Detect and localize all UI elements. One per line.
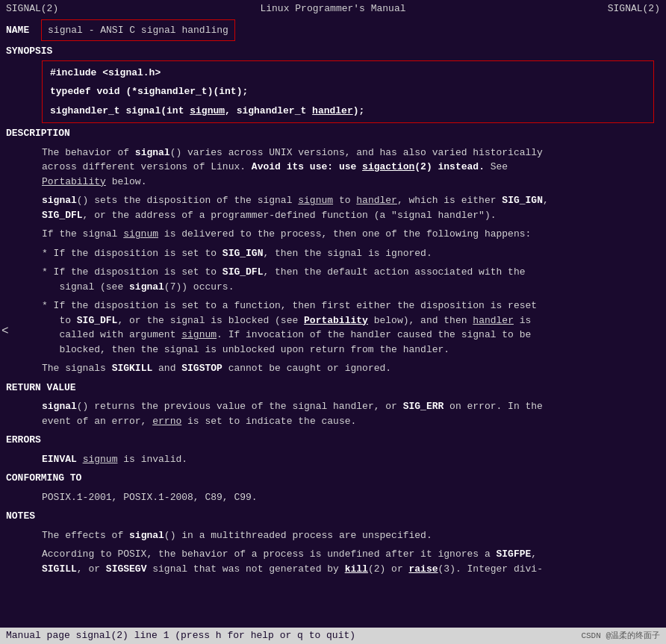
einval-bold: EINVAL xyxy=(42,454,77,465)
sigsegv-bold: SIGSEGV xyxy=(106,563,147,575)
name-section: NAME signal - ANSI C signal handling xyxy=(6,18,660,43)
description-bullet2: * If the disposition is set to SIG_DFL, … xyxy=(6,265,660,294)
title-bar: SIGNAL(2) Linux Programmer's Manual SIGN… xyxy=(0,0,666,18)
signum-link-3[interactable]: signum xyxy=(181,329,217,340)
signum-link-2[interactable]: signum xyxy=(123,228,158,240)
title-right: SIGNAL(2) xyxy=(608,1,660,16)
portability-link-2[interactable]: Portability xyxy=(304,315,368,326)
return-value-header: RETURN VALUE xyxy=(6,382,76,393)
sigstop-bold: SIGSTOP xyxy=(181,363,222,374)
title-left: SIGNAL(2) xyxy=(6,1,58,16)
return-value-content: signal() returns the previous value of t… xyxy=(6,399,660,428)
name-box: signal - ANSI C signal handling xyxy=(41,19,235,42)
sig-dfl-3: SIG_DFL xyxy=(77,315,118,326)
errors-header: ERRORS xyxy=(6,434,41,446)
description-para2: signal() sets the disposition of the sig… xyxy=(6,193,660,222)
signum-link-4[interactable]: signum xyxy=(83,454,118,465)
conforming-header: CONFORMING TO xyxy=(6,472,81,484)
signal-bold-1: signal xyxy=(135,147,170,158)
conforming-content: POSIX.1-2001, POSIX.1-2008, C89, C99. xyxy=(6,490,660,505)
signal-bold-4: signal xyxy=(129,530,164,541)
description-para4: The signals SIGKILL and SIGSTOP cannot b… xyxy=(6,361,660,376)
errors-section: ERRORS EINVAL signum is invalid. xyxy=(6,433,660,466)
description-para3: If the signal signum is delivered to the… xyxy=(6,227,660,242)
description-header: DESCRIPTION xyxy=(6,128,70,139)
sigill-bold: SIGILL xyxy=(42,563,77,575)
sig-ign-2: SIG_IGN xyxy=(222,248,264,259)
signum-link-1[interactable]: signum xyxy=(298,195,333,206)
notes-para1: The effects of signal() in a multithread… xyxy=(6,528,660,543)
sigkill-bold: SIGKILL xyxy=(112,363,153,374)
sig-ign-1: SIG_IGN xyxy=(502,195,543,206)
synopsis-signum: signum xyxy=(190,105,225,116)
description-bullet3: * If the disposition is set to a functio… xyxy=(6,298,660,357)
return-value-section: RETURN VALUE signal() returns the previo… xyxy=(6,381,660,429)
synopsis-mid: , sighandler_t xyxy=(225,105,312,116)
status-bar-right: CSDN @温柔的终面子 xyxy=(581,630,660,643)
name-header: NAME xyxy=(6,25,29,36)
notes-header: NOTES xyxy=(6,510,35,522)
sigfpe-bold: SIGFPE xyxy=(497,548,532,560)
synopsis-handler: handler xyxy=(312,105,353,116)
synopsis-line3: sighandler_t signal(int signum, sighandl… xyxy=(50,104,646,119)
synopsis-line2: typedef void (*sighandler_t)(int); xyxy=(50,84,646,99)
status-bar-text: Manual page signal(2) line 1 (press h fo… xyxy=(6,628,581,643)
status-bar: Manual page signal(2) line 1 (press h fo… xyxy=(0,628,666,644)
portability-link-1[interactable]: Portability xyxy=(42,176,106,187)
conforming-section: CONFORMING TO POSIX.1-2001, POSIX.1-2008… xyxy=(6,471,660,504)
signal-bold-2: signal xyxy=(42,195,77,206)
synopsis-post: ); xyxy=(353,105,365,116)
synopsis-header: SYNOPSIS xyxy=(6,46,52,57)
errno-link[interactable]: errno xyxy=(152,416,181,427)
sig-dfl-2: SIG_DFL xyxy=(222,266,264,278)
description-bullet1: * If the disposition is set to SIG_IGN, … xyxy=(6,246,660,261)
signal7-link: signal xyxy=(129,281,164,293)
synopsis-section: SYNOPSIS #include <signal.h> typedef voi… xyxy=(6,44,660,123)
notes-section: NOTES The effects of signal() in a multi… xyxy=(6,509,660,576)
description-para1: The behavior of signal() varies across U… xyxy=(6,146,660,190)
synopsis-line1: #include <signal.h> xyxy=(50,66,646,81)
synopsis-line3-pre: sighandler_t signal(int xyxy=(50,105,190,116)
sig-err-bold: SIG_ERR xyxy=(403,401,444,412)
notes-para2: According to POSIX, the behavior of a pr… xyxy=(6,547,660,576)
synopsis-box: #include <signal.h> typedef void (*sigha… xyxy=(42,60,654,124)
handler-link-2[interactable]: handler xyxy=(473,315,514,326)
kill2-link[interactable]: kill xyxy=(345,563,368,575)
content: NAME signal - ANSI C signal handling SYN… xyxy=(0,18,666,595)
signal-bold-3: signal xyxy=(42,401,77,412)
raise3-link[interactable]: raise xyxy=(409,563,438,575)
sig-dfl-1: SIG_DFL xyxy=(42,210,83,221)
handler-link-1[interactable]: handler xyxy=(356,195,397,206)
terminal: SIGNAL(2) Linux Programmer's Manual SIGN… xyxy=(0,0,666,644)
description-section: DESCRIPTION The behavior of signal() var… xyxy=(6,126,660,376)
scroll-indicator: < xyxy=(1,322,9,340)
name-content: signal - ANSI C signal handling xyxy=(48,25,228,36)
title-center: Linux Programmer's Manual xyxy=(260,1,405,16)
avoid-bold: Avoid its use: use sigaction(2) instead. xyxy=(252,161,485,172)
errors-content: EINVAL signum is invalid. xyxy=(6,452,660,467)
sigaction-link[interactable]: sigaction xyxy=(362,161,414,172)
